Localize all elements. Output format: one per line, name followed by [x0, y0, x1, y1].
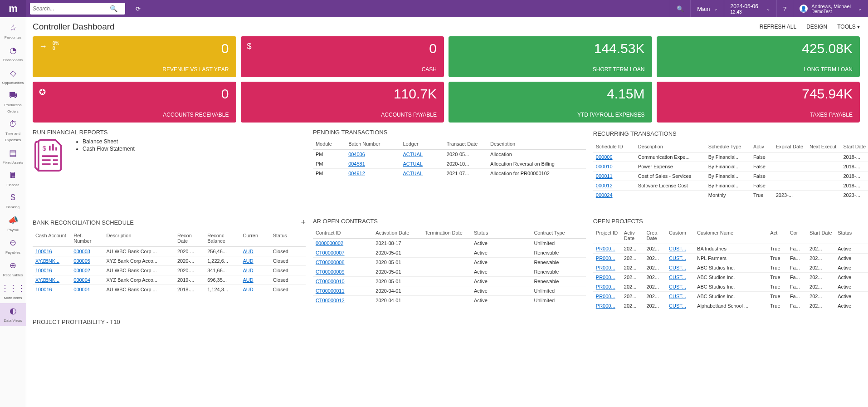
search-box[interactable]: 🔍 [30, 3, 125, 15]
link[interactable]: CUST... [669, 246, 686, 251]
link[interactable]: CT00000008 [316, 260, 345, 265]
table-row[interactable]: 000024MonthlyTrue2023-...2023-... [593, 191, 868, 200]
report-item[interactable]: Cash Flow Statement [83, 146, 135, 152]
link[interactable]: CUST... [669, 275, 686, 280]
link[interactable]: CUST... [669, 265, 686, 270]
cell[interactable]: 100016 [33, 247, 71, 256]
cell[interactable]: 000009 [593, 152, 635, 162]
column-header[interactable]: Cash Account [33, 230, 71, 247]
column-header[interactable]: Act [767, 227, 787, 244]
cell[interactable]: 000012 [593, 181, 635, 191]
cell[interactable]: 004912 [346, 169, 400, 178]
cell[interactable]: 000004 [71, 275, 103, 285]
cell[interactable]: 100016 [33, 266, 71, 275]
page-action[interactable]: TOOLS ▾ [837, 24, 860, 30]
sidebar-item[interactable]: ⊖Payables [0, 235, 26, 258]
sidebar-item[interactable]: 🖩Finance [0, 168, 26, 190]
quick-search-icon[interactable]: 🔍 [670, 0, 690, 17]
user-menu[interactable]: 👤 Andrews, Michael DemoTest ⌄ [793, 0, 868, 17]
cell[interactable]: XYZBNK... [33, 256, 71, 266]
link[interactable]: PR000... [596, 303, 615, 309]
column-header[interactable]: Curren [240, 230, 270, 247]
cell[interactable]: 000002 [71, 266, 103, 275]
column-header[interactable]: Batch Number [346, 138, 400, 150]
link[interactable]: XYZBNK... [35, 258, 59, 264]
table-row[interactable]: PR000...202...202...CUST...ABC Studios I… [593, 292, 868, 301]
table-row[interactable]: 00000000022021-08-17ActiveUnlimited [313, 239, 586, 248]
table-row[interactable]: 000011Cost of Sales - ServicesBy Financi… [593, 172, 868, 181]
cell[interactable]: ACTUAL [400, 159, 444, 169]
column-header[interactable]: Description [635, 141, 706, 152]
link[interactable]: 004581 [348, 161, 365, 167]
kpi-card[interactable]: ✪0ACCOUNTS RECEIVABLE [33, 82, 236, 123]
link[interactable]: 100016 [35, 268, 52, 273]
link[interactable]: 000003 [73, 249, 90, 254]
sidebar-item[interactable]: ⋮⋮⋮More Items [0, 280, 26, 303]
link[interactable]: CT00000010 [316, 279, 345, 284]
column-header[interactable]: Schedule ID [593, 141, 635, 152]
column-header[interactable]: Termination Date [422, 227, 471, 239]
link[interactable]: 0000000002 [316, 240, 343, 246]
cell[interactable]: CT00000009 [313, 267, 373, 277]
kpi-card[interactable]: 110.7KACCOUNTS PAYABLE [241, 82, 444, 123]
link[interactable]: 000009 [596, 154, 613, 160]
table-row[interactable]: XYZBNK...000005XYZ Bank Corp Acco...2020… [33, 256, 306, 266]
link[interactable]: CUST... [669, 284, 686, 289]
cell[interactable]: CT00000007 [313, 248, 373, 258]
cell[interactable]: 000001 [71, 285, 103, 294]
link[interactable]: 000002 [73, 268, 90, 273]
column-header[interactable]: Ref. Number [71, 230, 103, 247]
column-header[interactable]: Start Date [807, 227, 835, 244]
link[interactable]: PR000... [596, 265, 615, 270]
table-row[interactable]: PR000...202...202...CUST...ABC Studios I… [593, 282, 868, 292]
table-row[interactable]: CT000000082020-05-01ActiveRenewable [313, 258, 586, 267]
sidebar-item[interactable]: 📣Payroll [0, 212, 26, 235]
sidebar-item[interactable]: ⛟Production Orders [0, 88, 26, 117]
add-bank-recon-icon[interactable]: + [301, 218, 306, 227]
link[interactable]: 000012 [596, 183, 613, 188]
table-row[interactable]: 100016000001AU WBC Bank Corp ...2018-...… [33, 285, 306, 294]
link[interactable]: 004912 [348, 171, 365, 176]
link[interactable]: PR000... [596, 246, 615, 251]
refresh-icon[interactable]: ⟳ [129, 0, 147, 17]
column-header[interactable]: Contract Type [531, 227, 585, 239]
cell[interactable]: 000003 [71, 247, 103, 256]
link[interactable]: 000011 [596, 173, 613, 179]
table-row[interactable]: PR000...202...202...CUST...BA Industries… [593, 244, 868, 254]
cell[interactable]: CUST... [666, 244, 694, 254]
table-row[interactable]: PR000...202...202...CUST...Alphabetland … [593, 301, 868, 311]
sidebar-item[interactable]: ☆Favourites [0, 20, 26, 43]
cell[interactable]: PR000... [593, 282, 621, 292]
link[interactable]: CUST... [669, 255, 686, 261]
link[interactable]: 000010 [596, 164, 613, 169]
link[interactable]: 000001 [73, 287, 90, 292]
table-row[interactable]: CT000000102020-05-01ActiveRenewable [313, 277, 586, 286]
column-header[interactable]: Cor [787, 227, 807, 244]
cell[interactable]: PR000... [593, 254, 621, 263]
link[interactable]: CT00000007 [316, 250, 345, 255]
link[interactable]: 004006 [348, 152, 365, 157]
column-header[interactable]: Project ID [593, 227, 621, 244]
page-action[interactable]: DESIGN [806, 24, 827, 30]
column-header[interactable]: Status [835, 227, 868, 244]
column-header[interactable]: Transact Date [444, 138, 488, 150]
workspace-selector[interactable]: Main⌄ [690, 0, 723, 17]
cell[interactable]: CT00000011 [313, 286, 373, 296]
link[interactable]: 100016 [35, 287, 52, 292]
table-row[interactable]: CT000000122020-04-01ActiveUnlimited [313, 296, 586, 305]
column-header[interactable]: Customer Name [694, 227, 767, 244]
table-row[interactable]: 000009Communication Expe...By Financial.… [593, 152, 868, 162]
column-header[interactable]: Custom [666, 227, 694, 244]
link[interactable]: CT00000009 [316, 269, 345, 275]
table-row[interactable]: 000010Power ExpenseBy Financial...False2… [593, 162, 868, 172]
column-header[interactable]: Expirat Date [773, 141, 807, 152]
column-header[interactable]: Schedule Type [706, 141, 751, 152]
table-row[interactable]: PR000...202...202...CUST...ABC Studios I… [593, 263, 868, 273]
link[interactable]: ACTUAL [403, 161, 423, 167]
column-header[interactable]: Contract ID [313, 227, 373, 239]
cell[interactable]: CUST... [666, 301, 694, 311]
report-item[interactable]: Balance Sheet [83, 138, 135, 145]
cell[interactable]: AUD [240, 247, 270, 256]
sidebar-item[interactable]: ◇Opportunities [0, 65, 26, 88]
table-row[interactable]: PR000...202...202...CUST...NPL FarmersTr… [593, 254, 868, 263]
